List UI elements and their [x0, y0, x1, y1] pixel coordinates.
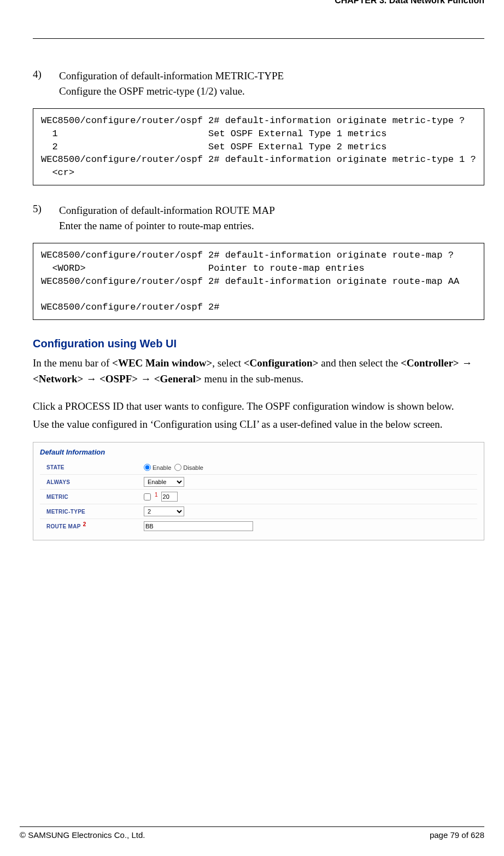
intro-post: and then select the	[319, 357, 401, 369]
chapter-header: CHAPTER 3. Data Network Function	[33, 0, 484, 5]
intro-tail: menu in the sub-menus.	[202, 373, 303, 385]
step-4-desc: Configure the OSPF metric-type (1/2) val…	[59, 84, 484, 99]
step-5-desc: Enter the name of pointer to route-map e…	[59, 218, 484, 234]
select-metric-type[interactable]: 2	[144, 506, 184, 516]
row-metric-type: METRIC-TYPE 2	[40, 504, 477, 519]
metric-sup: 1	[155, 492, 158, 498]
intro-controller: <Controller>	[401, 357, 459, 369]
label-state: STATE	[40, 464, 144, 470]
radio-enable-label: Enable	[153, 464, 171, 471]
webui-heading: Configuration using Web UI	[33, 337, 484, 350]
radio-disable-label: Disable	[183, 464, 203, 471]
radio-enable-wrap[interactable]: Enable	[144, 464, 171, 471]
footer-left: © SAMSUNG Electronics Co., Ltd.	[20, 830, 145, 840]
radio-enable[interactable]	[144, 464, 151, 471]
label-metric-text: METRIC	[46, 494, 68, 500]
header-rule	[33, 38, 484, 39]
route-map-sup: 2	[83, 521, 86, 527]
intro-general: <General>	[154, 373, 202, 385]
row-route-map: ROUTE MAP 2	[40, 519, 477, 533]
intro-mid: , select	[212, 357, 244, 369]
step-5: 5) Configuration of default-information …	[33, 203, 484, 233]
input-route-map[interactable]	[144, 521, 253, 531]
select-always[interactable]: Enable	[144, 477, 184, 487]
radio-disable-wrap[interactable]: Disable	[174, 464, 203, 471]
intro-wec: <WEC Main window>	[112, 357, 212, 369]
footer-right: page 79 of 628	[430, 830, 484, 840]
webui-para2: Click a PROCESS ID that user wants to co…	[33, 399, 484, 415]
step-4: 4) Configuration of default-information …	[33, 68, 484, 98]
code-block-route-map: WEC8500/configure/router/ospf 2# default…	[33, 243, 484, 320]
intro-pre: In the menu bar of	[33, 357, 112, 369]
code-block-metric-type: WEC8500/configure/router/ospf 2# default…	[33, 108, 484, 185]
arrow-1: →	[459, 357, 472, 369]
label-metric-type: METRIC-TYPE	[40, 509, 144, 515]
label-route-map: ROUTE MAP 2	[40, 523, 144, 529]
arrow-3: →	[138, 373, 154, 385]
default-information-panel: Default Information STATE Enable Disable…	[33, 442, 484, 540]
intro-network: <Network>	[33, 373, 83, 385]
intro-config: <Configuration>	[244, 357, 319, 369]
panel-title: Default Information	[40, 448, 477, 456]
row-state: STATE Enable Disable	[40, 461, 477, 475]
label-metric: METRIC	[40, 494, 144, 500]
step-5-number: 5)	[33, 203, 59, 233]
input-metric[interactable]	[161, 492, 178, 502]
arrow-2: →	[83, 373, 99, 385]
webui-intro: In the menu bar of <WEC Main window>, se…	[33, 356, 484, 387]
step-5-title: Configuration of default-information ROU…	[59, 203, 484, 218]
checkbox-metric[interactable]	[144, 493, 151, 500]
page-footer: © SAMSUNG Electronics Co., Ltd. page 79 …	[20, 826, 484, 840]
intro-ospf: <OSPF>	[99, 373, 138, 385]
row-always: ALWAYS Enable	[40, 475, 477, 490]
row-metric: METRIC 1	[40, 490, 477, 504]
label-route-map-text: ROUTE MAP	[46, 523, 81, 529]
step-4-title: Configuration of default-information MET…	[59, 68, 484, 84]
label-always: ALWAYS	[40, 479, 144, 485]
radio-disable[interactable]	[174, 464, 181, 471]
webui-para3: Use the value configured in ‘Configurati…	[33, 417, 484, 433]
step-4-number: 4)	[33, 68, 59, 98]
